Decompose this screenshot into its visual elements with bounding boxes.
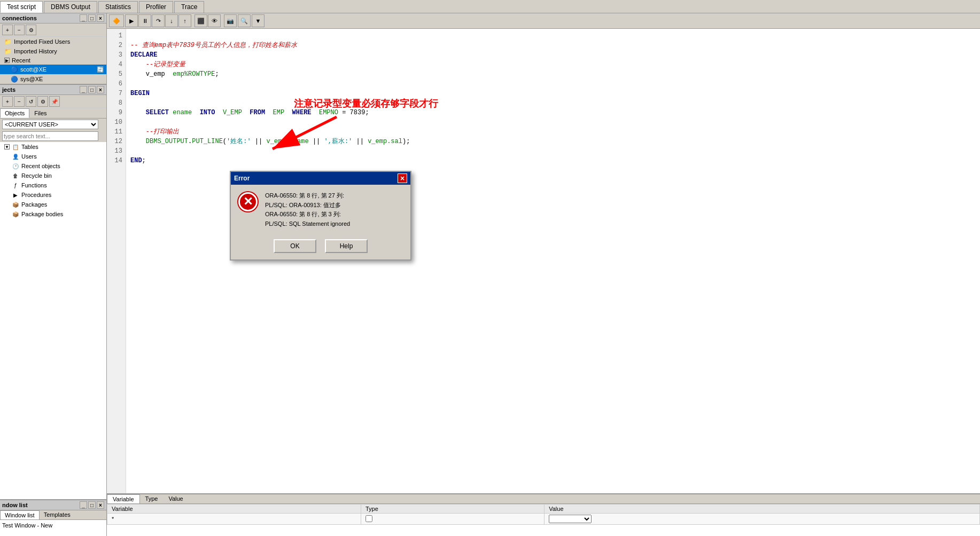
obj-tables[interactable]: ▼ 📋 Tables (0, 142, 106, 152)
restore-icon[interactable]: □ (88, 86, 96, 93)
tree-item-imported-history[interactable]: 📁 Imported History (0, 46, 106, 56)
step-into-btn[interactable]: ↓ (165, 14, 178, 27)
folder-icon: 📁 (4, 48, 12, 55)
recent-icon: 🕐 (12, 162, 19, 170)
obj-functions[interactable]: ƒ Functions (0, 180, 106, 190)
tab-statistics[interactable]: Statistics (98, 1, 138, 13)
tab-profiler[interactable]: Profiler (139, 1, 173, 13)
tab-objects[interactable]: Objects (0, 108, 29, 118)
ok-button[interactable]: OK (274, 239, 316, 253)
code-editor: 1 2 3 4 5 6 7 8 9 10 11 12 13 14 -- 查询em… (107, 29, 980, 493)
dialog-close-btn[interactable]: × (398, 174, 407, 183)
search-btn[interactable]: 🔍 (238, 14, 251, 27)
connections-toolbar: + − ⚙ (0, 23, 106, 37)
minimize-icon[interactable]: _ (80, 501, 87, 509)
run-btn[interactable]: ▶ (125, 14, 138, 27)
bottom-tab-type[interactable]: Type (140, 494, 164, 503)
tree-item-imported-fixed[interactable]: 📁 Imported Fixed Users (0, 37, 106, 46)
step-out-btn[interactable]: ↑ (178, 14, 191, 27)
restore-icon[interactable]: □ (88, 501, 96, 509)
functions-icon: ƒ (12, 182, 19, 189)
obj-recycle-bin[interactable]: 🗑 Recycle bin (0, 171, 106, 180)
help-button[interactable]: Help (325, 239, 368, 253)
type-select[interactable] (549, 515, 592, 523)
obj-users[interactable]: 👤 Users (0, 152, 106, 161)
oracle-btn[interactable]: 🔶 (109, 14, 124, 27)
error-dialog: Error × ✕ ORA-06550: 第 8 行, 第 27 列: PL/S… (230, 171, 411, 261)
objects-panel-title: jects _ □ × (0, 85, 106, 95)
filter-dropdown: <CURRENT USER> (0, 119, 106, 130)
sidebar: connections _ □ × + − ⚙ 📁 Imported Fixed… (0, 13, 107, 536)
window-item-test[interactable]: Test Window - New (2, 522, 104, 529)
obj-packages[interactable]: 📦 Packages (0, 200, 106, 209)
refresh-btn[interactable]: ↺ (26, 96, 36, 107)
tab-trace[interactable]: Trace (174, 1, 204, 13)
obj-recent-objects[interactable]: 🕐 Recent objects (0, 161, 106, 171)
connections-panel: connections _ □ × + − ⚙ 📁 Imported Fixed… (0, 13, 106, 85)
close-icon[interactable]: × (97, 501, 104, 509)
remove-obj-btn[interactable]: − (14, 96, 25, 107)
input-cell-select (545, 514, 980, 525)
editor-toolbar: 🔶 ▶ ⏸ ↷ ↓ ↑ ⬛ 👁 📷 🔍 ▼ (107, 13, 980, 29)
objects-tabs: Objects Files (0, 108, 106, 119)
minimize-icon[interactable]: _ (80, 86, 87, 93)
obj-procedures[interactable]: ▶ Procedures (0, 190, 106, 200)
remove-connection-btn[interactable]: − (14, 25, 25, 35)
tree-item-sys-xe[interactable]: 🔵 sys@XE (0, 74, 106, 84)
add-connection-btn[interactable]: + (2, 25, 13, 35)
screenshot-btn[interactable]: 📷 (224, 14, 237, 27)
database-icon: 🔵 (11, 75, 18, 83)
obj-package-bodies[interactable]: 📦 Package bodies (0, 209, 106, 219)
bottom-table: Variable Type Value * (107, 504, 980, 536)
bottom-panel: Variable Type Value Variable Type Value (107, 493, 980, 536)
input-cell-checkbox (361, 514, 544, 525)
search-dropdown-btn[interactable]: ▼ (252, 14, 265, 27)
search-box (0, 130, 106, 142)
expand-icon[interactable]: ▶ (4, 58, 10, 63)
tree-item-scott-xe[interactable]: 🔵 scott@XE 🔄 (0, 65, 106, 74)
minimize-icon[interactable]: _ (80, 14, 87, 22)
dialog-title-bar: Error × (231, 172, 410, 185)
connections-panel-title: connections _ □ × (0, 13, 106, 23)
code-content[interactable]: -- 查询emp表中7839号员工的个人信息，打印姓名和薪水 DECLARE -… (126, 29, 980, 493)
filter-select[interactable]: <CURRENT USER> (2, 120, 98, 129)
dialog-message: ORA-06550: 第 8 行, 第 27 列: PL/SQL: ORA-00… (265, 191, 404, 228)
objects-list: ▼ 📋 Tables 👤 Users 🕐 Recent objects (0, 142, 106, 499)
error-line-2: PL/SQL: ORA-00913: 值过多 (265, 201, 404, 210)
bottom-tab-variable[interactable]: Variable (107, 494, 140, 503)
package-bodies-icon: 📦 (12, 210, 19, 218)
restore-icon[interactable]: □ (88, 14, 96, 22)
close-icon[interactable]: × (97, 86, 104, 93)
tab-window-list[interactable]: Window list (0, 510, 40, 519)
search-input[interactable] (2, 131, 98, 141)
close-icon[interactable]: × (97, 14, 104, 22)
breakpoint-btn[interactable]: ⬛ (195, 14, 207, 27)
window-tabs: Window list Templates (0, 510, 106, 520)
tab-files[interactable]: Files (29, 108, 51, 118)
recycle-icon: 🗑 (12, 172, 19, 179)
input-checkbox[interactable] (365, 515, 372, 522)
config-btn[interactable]: ⚙ (37, 96, 48, 107)
folder-icon: 📁 (4, 38, 12, 45)
watch-btn[interactable]: 👁 (208, 14, 221, 27)
add-obj-btn[interactable]: + (2, 96, 13, 107)
database-icon: 🔵 (11, 66, 18, 73)
packages-icon: 📦 (12, 201, 19, 208)
bottom-tab-value[interactable]: Value (163, 494, 188, 503)
tab-dbms-output[interactable]: DBMS Output (44, 1, 97, 13)
window-list-title: ndow list _ □ × (0, 500, 106, 510)
tab-test-script[interactable]: Test script (0, 1, 43, 13)
error-icon: ✕ (238, 192, 258, 211)
window-list-items: Test Window - New (0, 520, 106, 536)
pause-btn[interactable]: ⏸ (138, 14, 151, 27)
tab-templates[interactable]: Templates (40, 510, 75, 519)
error-line-4: PL/SQL: SQL Statement ignored (265, 219, 404, 229)
more-btn[interactable]: 📌 (49, 96, 60, 107)
tree-item-recent[interactable]: ▶ Recent (0, 56, 106, 65)
settings-btn[interactable]: ⚙ (26, 25, 36, 35)
dialog-body: ✕ ORA-06550: 第 8 行, 第 27 列: PL/SQL: ORA-… (231, 185, 410, 235)
col-type: Type (361, 505, 544, 514)
variable-table: Variable Type Value * (107, 504, 980, 525)
top-tab-bar: Test script DBMS Output Statistics Profi… (0, 0, 980, 13)
step-over-btn[interactable]: ↷ (152, 14, 165, 27)
